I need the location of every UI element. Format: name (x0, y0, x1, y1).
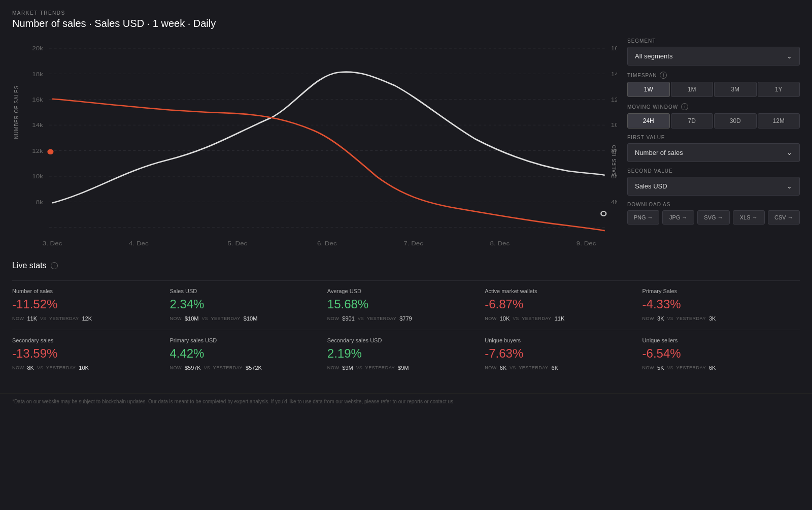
live-stats-section: Live stats i Number of sales -11.52% NOW… (0, 251, 812, 389)
timespan-info-icon[interactable]: i (660, 72, 667, 79)
page-title: Number of sales · Sales USD · 1 week · D… (12, 18, 617, 29)
live-stats-title: Live stats i (12, 261, 800, 270)
second-value-label: Second value (627, 168, 800, 174)
timespan-section: TIMESPAN i 1W 1M 3M 1Y (627, 72, 800, 97)
app-title: MARKET TRENDS (12, 10, 617, 16)
stat-average-usd: Average USD 15.68% NOW $901 VS YESTERDAY… (327, 280, 485, 330)
stat-name-unique-sellers: Unique sellers (642, 337, 792, 343)
stat-primary-sales: Primary Sales -4.33% NOW 3K VS YESTERDAY… (642, 280, 800, 330)
svg-text:18k: 18k (32, 71, 43, 77)
moving-window-buttons: 24H 7D 30D 12M (627, 113, 800, 129)
stat-pct-active-market-wallets: -6.87% (485, 297, 634, 311)
stat-name-number-of-sales: Number of sales (12, 288, 161, 294)
svg-text:14k: 14k (32, 122, 43, 129)
moving-window-header: MOVING WINDOW i (627, 103, 800, 110)
svg-text:7. Dec: 7. Dec (403, 240, 423, 247)
second-value-section: Second value Sales USD ⌄ (627, 168, 800, 196)
svg-text:16M: 16M (611, 45, 617, 52)
svg-text:4. Dec: 4. Dec (129, 240, 149, 247)
stats-grid-row1: Number of sales -11.52% NOW 11K VS YESTE… (12, 280, 800, 330)
first-value-dropdown[interactable]: Number of sales ⌄ (627, 143, 800, 162)
footer-note: *Data on our website may be subject to b… (0, 393, 812, 412)
svg-text:16k: 16k (32, 97, 43, 103)
stat-compare-sales-usd: NOW $10M VS YESTERDAY $10M (170, 315, 319, 322)
segment-value: All segments (635, 52, 672, 60)
stat-pct-secondary-sales: -13.59% (12, 346, 161, 361)
download-png[interactable]: PNG → (627, 210, 659, 225)
stat-pct-average-usd: 15.68% (327, 297, 477, 311)
second-value: Sales USD (635, 182, 667, 190)
stat-name-secondary-sales: Secondary sales (12, 337, 161, 343)
first-value-section: First value Number of sales ⌄ (627, 135, 800, 162)
svg-text:3. Dec: 3. Dec (43, 240, 62, 247)
stat-compare-secondary-sales-usd: NOW $9M VS YESTERDAY $9M (327, 365, 477, 371)
segment-dropdown[interactable]: All segments ⌄ (627, 47, 800, 66)
stat-active-market-wallets: Active market wallets -6.87% NOW 10K VS … (485, 280, 642, 330)
stat-compare-active-market-wallets: NOW 10K VS YESTERDAY 11K (485, 315, 634, 322)
stat-compare-primary-sales-usd: NOW $597K VS YESTERDAY $572K (170, 365, 319, 371)
svg-text:20k: 20k (32, 45, 43, 52)
stat-pct-unique-sellers: -6.54% (642, 346, 792, 361)
stat-number-of-sales: Number of sales -11.52% NOW 11K VS YESTE… (12, 280, 170, 330)
stat-pct-unique-buyers: -7.63% (485, 346, 634, 361)
segment-arrow-icon: ⌄ (787, 52, 792, 60)
stat-sales-usd: Sales USD 2.34% NOW $10M VS YESTERDAY $1… (170, 280, 327, 330)
moving-window-info-icon[interactable]: i (681, 103, 688, 110)
second-value-dropdown[interactable]: Sales USD ⌄ (627, 177, 800, 196)
stat-compare-primary-sales: NOW 3K VS YESTERDAY 3K (642, 315, 792, 322)
stats-grid-row2: Secondary sales -13.59% NOW 8K VS YESTER… (12, 330, 800, 379)
stat-name-primary-sales: Primary Sales (642, 288, 792, 294)
download-svg[interactable]: SVG → (697, 210, 729, 225)
svg-point-25 (601, 211, 606, 215)
download-label: DOWNLOAD AS (627, 202, 800, 207)
stat-pct-sales-usd: 2.34% (170, 297, 319, 311)
download-xls[interactable]: XLS → (733, 210, 765, 225)
stat-secondary-sales-usd: Secondary sales USD 2.19% NOW $9M VS YES… (327, 330, 485, 379)
timespan-header: TIMESPAN i (627, 72, 800, 79)
first-value-label: First value (627, 135, 800, 140)
svg-text:6. Dec: 6. Dec (317, 240, 337, 247)
timespan-1y[interactable]: 1Y (758, 82, 800, 97)
left-panel: MARKET TRENDS Number of sales · Sales US… (12, 10, 617, 251)
stat-compare-number-of-sales: NOW 11K VS YESTERDAY 12K (12, 315, 161, 322)
moving-window-30d[interactable]: 30D (714, 113, 757, 129)
stat-pct-primary-sales: -4.33% (642, 297, 792, 311)
download-section: DOWNLOAD AS PNG → JPG → SVG → XLS → CSV … (627, 202, 800, 225)
first-value: Number of sales (635, 149, 683, 156)
chart-area: 20k 18k 16k 14k 12k 10k 8k 16M 14M 12M 1… (12, 38, 617, 251)
svg-text:NUMBER OF SALES: NUMBER OF SALES (14, 85, 20, 139)
download-csv[interactable]: CSV → (768, 210, 800, 225)
stat-name-average-usd: Average USD (327, 288, 477, 294)
svg-text:10M: 10M (611, 122, 617, 129)
right-panel: Segment All segments ⌄ TIMESPAN i 1W 1M … (627, 10, 800, 251)
download-jpg[interactable]: JPG → (662, 210, 694, 225)
moving-window-label: MOVING WINDOW (627, 104, 678, 110)
second-value-arrow-icon: ⌄ (787, 182, 792, 190)
svg-text:8. Dec: 8. Dec (490, 240, 510, 247)
stat-secondary-sales: Secondary sales -13.59% NOW 8K VS YESTER… (12, 330, 170, 379)
chart-svg: 20k 18k 16k 14k 12k 10k 8k 16M 14M 12M 1… (12, 38, 617, 251)
moving-window-24h[interactable]: 24H (627, 113, 670, 129)
stat-pct-secondary-sales-usd: 2.19% (327, 346, 477, 361)
stat-compare-unique-sellers: NOW 5K VS YESTERDAY 6K (642, 365, 792, 371)
stat-name-unique-buyers: Unique buyers (485, 337, 634, 343)
stat-name-active-market-wallets: Active market wallets (485, 288, 634, 294)
svg-text:12k: 12k (32, 148, 43, 154)
timespan-1m[interactable]: 1M (671, 82, 714, 97)
stat-unique-sellers: Unique sellers -6.54% NOW 5K VS YESTERDA… (642, 330, 800, 379)
stat-unique-buyers: Unique buyers -7.63% NOW 6K VS YESTERDAY… (485, 330, 642, 379)
segment-section: Segment All segments ⌄ (627, 38, 800, 66)
live-stats-info-icon[interactable]: i (51, 262, 58, 269)
svg-text:4M: 4M (611, 199, 617, 205)
moving-window-7d[interactable]: 7D (671, 113, 714, 129)
svg-text:10k: 10k (32, 173, 43, 180)
svg-text:8k: 8k (36, 199, 44, 205)
timespan-3m[interactable]: 3M (714, 82, 757, 97)
svg-text:5. Dec: 5. Dec (228, 240, 248, 247)
stat-pct-number-of-sales: -11.52% (12, 297, 161, 311)
segment-label: Segment (627, 38, 800, 44)
first-value-arrow-icon: ⌄ (787, 149, 792, 156)
svg-text:14M: 14M (611, 71, 617, 77)
timespan-1w[interactable]: 1W (627, 82, 670, 97)
moving-window-12m[interactable]: 12M (758, 113, 800, 129)
